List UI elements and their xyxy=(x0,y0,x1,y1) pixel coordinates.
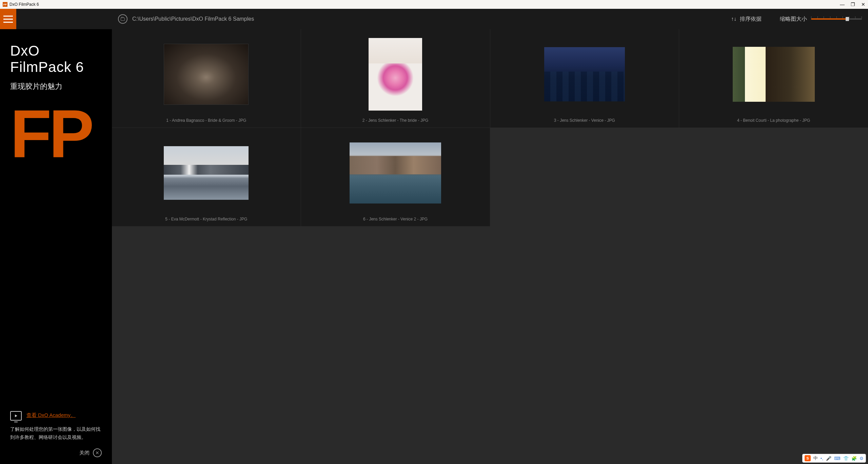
thumbnail-caption: 3 - Jens Schlenker - Venice - JPG xyxy=(554,118,615,123)
close-window-button[interactable]: ✕ xyxy=(861,2,865,7)
ime-settings-icon[interactable]: ⚙ xyxy=(860,456,864,461)
ime-lang[interactable]: 中 xyxy=(813,455,818,461)
ime-skin-icon[interactable]: 👕 xyxy=(843,456,849,461)
window-title: DxO FilmPack 6 xyxy=(9,2,840,7)
thumbnail-grid: 1 - Andrea Bagnasco - Bride & Groom - JP… xyxy=(112,29,868,464)
ime-keyboard-icon[interactable]: ⌨ xyxy=(834,456,841,461)
minimize-button[interactable]: — xyxy=(840,2,845,7)
thumbnail-image xyxy=(369,38,422,111)
breadcrumb-path[interactable]: C:\Users\Public\Pictures\DxO FilmPack 6 … xyxy=(132,16,726,22)
thumbnail-item[interactable]: 6 - Jens Schlenker - Venice 2 - JPG xyxy=(301,128,490,226)
sort-label: 排序依据 xyxy=(740,16,762,23)
folder-icon[interactable] xyxy=(118,14,127,24)
ime-punct-icon[interactable]: •, xyxy=(821,456,823,461)
ime-mic-icon[interactable]: 🎤 xyxy=(826,456,831,461)
menu-button[interactable] xyxy=(0,9,16,29)
thumbnail-caption: 4 - Benoit Courti - La photographe - JPG xyxy=(737,118,810,123)
ime-toolbox-icon[interactable]: 🧩 xyxy=(851,456,857,461)
brand-line2: FilmPack 6 xyxy=(10,59,102,75)
thumbnail-caption: 5 - Eva McDermott - Krystad Reflection -… xyxy=(165,217,247,221)
sort-icon: ↑↓ xyxy=(731,16,736,22)
maximize-button[interactable]: ❐ xyxy=(851,2,855,7)
title-bar: FP DxO FilmPack 6 — ❐ ✕ xyxy=(0,0,868,9)
thumbnail-item[interactable]: 4 - Benoit Courti - La photographe - JPG xyxy=(679,29,868,128)
thumbnail-item[interactable]: 5 - Eva McDermott - Krystad Reflection -… xyxy=(112,128,301,226)
ime-logo-icon: S xyxy=(805,455,811,461)
sort-by-button[interactable]: ↑↓ 排序依据 xyxy=(731,16,762,23)
monitor-icon xyxy=(10,411,22,421)
close-panel-button[interactable]: ✕ xyxy=(93,448,102,457)
slider-thumb[interactable] xyxy=(846,17,849,21)
brand-line1: DxO xyxy=(10,43,102,59)
brand-tagline: 重现胶片的魅力 xyxy=(10,81,102,92)
thumbnail-item[interactable]: 2 - Jens Schlenker - The bride - JPG xyxy=(301,29,490,128)
thumbnail-image xyxy=(164,44,249,105)
thumbnail-item[interactable]: 3 - Jens Schlenker - Venice - JPG xyxy=(490,29,679,128)
academy-description: 了解如何处理您的第一张图像，以及如何找到许多教程、网络研讨会以及视频。 xyxy=(10,425,102,442)
thumbnail-caption: 6 - Jens Schlenker - Venice 2 - JPG xyxy=(363,217,428,221)
academy-link[interactable]: 查看 DxO Academy。 xyxy=(26,411,76,419)
sidebar: DxO FilmPack 6 重现胶片的魅力 FP 查看 DxO Academy… xyxy=(0,9,112,464)
brand-mark: FP xyxy=(0,105,112,163)
thumbnail-image xyxy=(733,47,815,102)
brand-block: DxO FilmPack 6 重现胶片的魅力 xyxy=(0,29,112,98)
thumbnail-image xyxy=(544,47,625,101)
thumbnail-caption: 2 - Jens Schlenker - The bride - JPG xyxy=(362,118,429,123)
thumbnail-caption: 1 - Andrea Bagnasco - Bride & Groom - JP… xyxy=(166,118,246,123)
thumbnail-image xyxy=(164,146,249,200)
app-icon: FP xyxy=(3,2,7,7)
ime-tray[interactable]: S 中 •, 🎤 ⌨ 👕 🧩 ⚙ xyxy=(802,454,866,463)
toolbar: C:\Users\Public\Pictures\DxO FilmPack 6 … xyxy=(112,9,868,29)
thumbnail-size-slider[interactable] xyxy=(811,18,862,20)
thumbnail-size-label: 缩略图大小 xyxy=(780,16,807,23)
thumbnail-item[interactable]: 1 - Andrea Bagnasco - Bride & Groom - JP… xyxy=(112,29,301,128)
close-panel-label: 关闭 xyxy=(79,450,90,456)
thumbnail-image xyxy=(350,142,441,204)
